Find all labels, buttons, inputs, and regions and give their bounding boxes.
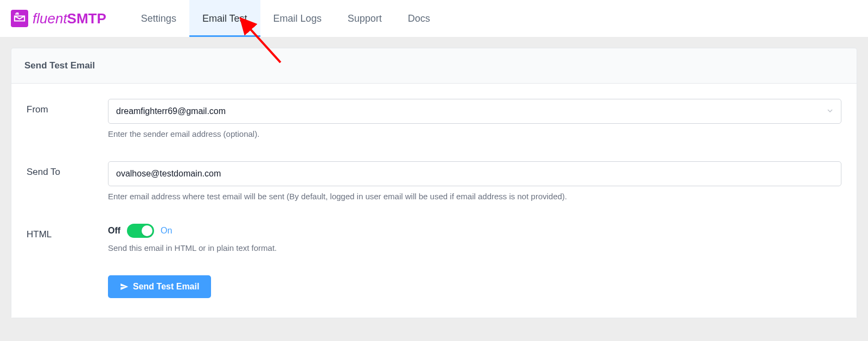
toggle-knob (142, 225, 152, 236)
panel-title: Send Test Email (11, 48, 857, 84)
send-button-label: Send Test Email (133, 282, 199, 292)
brand-logo: fluentSMTP (11, 10, 106, 27)
html-label: HTML (27, 224, 108, 240)
from-row: From dreamfighterr69@gmail.com Enter the… (27, 99, 841, 138)
app-header: fluentSMTP Settings Email Test Email Log… (0, 0, 868, 37)
brand-text: fluentSMTP (33, 10, 106, 27)
nav-tab-email-logs[interactable]: Email Logs (260, 0, 335, 37)
send-to-input[interactable]: ovalhose@testdomain.com (108, 161, 841, 186)
nav-tab-email-test[interactable]: Email Test (189, 0, 260, 37)
from-label: From (27, 99, 108, 115)
send-test-email-panel: Send Test Email From dreamfighterr69@gma… (11, 48, 857, 318)
nav-tab-settings[interactable]: Settings (128, 0, 189, 37)
send-to-help-text: Enter email address where test email wil… (108, 192, 841, 201)
panel-body: From dreamfighterr69@gmail.com Enter the… (11, 84, 857, 318)
toggle-on-label: On (161, 226, 172, 236)
send-test-email-button[interactable]: Send Test Email (108, 275, 211, 298)
html-toggle-row: HTML Off On Send this email in HTML or i… (27, 224, 841, 252)
toggle-off-label: Off (108, 226, 120, 236)
from-select-value: dreamfighterr69@gmail.com (116, 106, 226, 116)
from-help-text: Enter the sender email address (optional… (108, 129, 841, 138)
brand-mail-icon (11, 10, 28, 27)
send-to-label: Send To (27, 161, 108, 178)
from-select[interactable]: dreamfighterr69@gmail.com (108, 99, 841, 124)
html-toggle-switch[interactable] (127, 224, 154, 238)
content-area: Send Test Email From dreamfighterr69@gma… (0, 37, 868, 341)
send-to-value: ovalhose@testdomain.com (116, 169, 221, 179)
html-toggle-help-text: Send this email in HTML or in plain text… (108, 243, 841, 252)
submit-row: Send Test Email (27, 275, 841, 298)
chevron-down-icon (827, 107, 833, 116)
send-to-row: Send To ovalhose@testdomain.com Enter em… (27, 161, 841, 201)
main-nav: Settings Email Test Email Logs Support D… (128, 0, 443, 37)
paper-plane-icon (120, 282, 129, 291)
nav-tab-support[interactable]: Support (335, 0, 395, 37)
nav-tab-docs[interactable]: Docs (395, 0, 443, 37)
